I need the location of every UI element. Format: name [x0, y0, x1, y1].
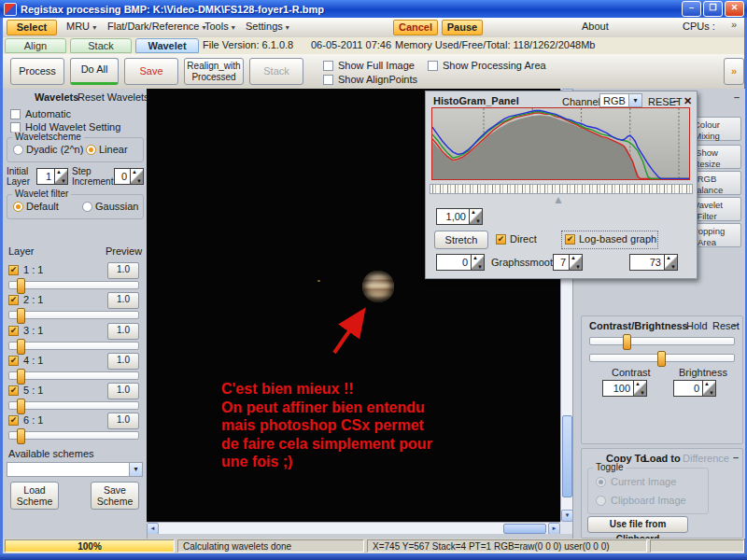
contrast-panel-minimize[interactable]: – — [733, 319, 739, 330]
gaussian-radio[interactable] — [82, 202, 92, 212]
spinner-buttons[interactable]: ▲▼ — [634, 380, 647, 397]
spinner-buttons[interactable]: ▲▼ — [703, 380, 716, 397]
layer5-preview-button[interactable]: 1.0 — [107, 383, 139, 399]
tab-wavelet[interactable]: Wavelet — [135, 38, 199, 53]
graphsmooth-spinner[interactable]: 7 ▲▼ — [553, 254, 583, 271]
layer5-checkbox[interactable]: ✔ — [8, 385, 19, 396]
show-processing-area-checkbox[interactable] — [428, 61, 438, 71]
vertical-scroll-thumb[interactable] — [562, 415, 572, 497]
functions-panel-minimize[interactable]: – — [734, 91, 740, 103]
log-based-graph-checkbox[interactable]: ✔ — [565, 234, 575, 245]
horizontal-scrollbar[interactable]: ◄ ► — [147, 522, 560, 534]
spinner-buttons[interactable]: ▲▼ — [665, 254, 678, 271]
slider-thumb[interactable] — [17, 369, 25, 385]
layer3-slider[interactable] — [8, 342, 139, 350]
initial-layer-value[interactable]: 1 — [36, 168, 55, 185]
layer4-slider[interactable] — [8, 371, 139, 380]
histogram-minimize[interactable]: – — [673, 95, 679, 106]
menu-mru[interactable]: MRU ▾ — [66, 21, 96, 32]
layer4-checkbox[interactable]: ✔ — [8, 356, 19, 366]
brightness-spinner[interactable]: 0 ▲▼ — [673, 380, 716, 397]
cancel-button[interactable]: Cancel — [393, 20, 438, 35]
spinner-buttons[interactable]: ▲▼ — [470, 208, 483, 225]
load-to-button[interactable]: Load to — [643, 453, 681, 464]
toolbar-overflow-button[interactable]: » — [724, 58, 744, 85]
slider-thumb[interactable] — [17, 339, 25, 355]
slider-thumb[interactable] — [623, 334, 631, 350]
layer1-checkbox[interactable]: ✔ — [8, 265, 19, 275]
current-image-radio[interactable] — [596, 477, 606, 487]
realign-with-processed-button[interactable]: Realign_withProcessed — [184, 58, 244, 85]
process-button[interactable]: Process — [10, 58, 64, 85]
spinner-buttons[interactable]: ▲▼ — [55, 168, 68, 185]
copy-panel-minimize[interactable]: – — [733, 452, 739, 463]
layer2-preview-button[interactable]: 1.0 — [107, 292, 139, 309]
step-increment-value[interactable]: 0 — [114, 168, 131, 185]
graphsmooth-value[interactable]: 7 — [553, 254, 570, 271]
brightness-value[interactable]: 0 — [673, 380, 703, 397]
show-alignpoints-checkbox[interactable] — [323, 75, 333, 85]
menu-about[interactable]: About — [582, 21, 609, 32]
layer6-slider[interactable] — [8, 431, 139, 440]
layer3-preview-button[interactable]: 1.0 — [107, 323, 139, 340]
show-full-image-checkbox[interactable] — [323, 61, 333, 71]
histogram-pointer-icon[interactable]: ▲ — [553, 193, 564, 206]
maximize-button[interactable]: ❐ — [703, 1, 723, 17]
horizontal-scroll-thumb[interactable] — [503, 524, 546, 534]
default-radio[interactable] — [13, 202, 23, 212]
save-image-button[interactable]: Save image — [124, 58, 178, 85]
spinner-buttons[interactable]: ▲▼ — [472, 254, 485, 271]
menu-settings[interactable]: Settings ▾ — [246, 21, 289, 32]
contrast-slider[interactable] — [589, 337, 735, 345]
histogram-right-spinner[interactable]: 73 ▲▼ — [629, 254, 678, 271]
slider-thumb[interactable] — [17, 278, 25, 294]
step-increment-spinner[interactable]: 0 ▲▼ — [114, 168, 144, 185]
linear-radio[interactable] — [86, 145, 96, 155]
layer5-slider[interactable] — [8, 401, 139, 410]
histogram-value[interactable]: 1,00 — [436, 208, 470, 225]
menu-select[interactable]: Select — [7, 20, 57, 35]
difference-button[interactable]: Difference — [683, 453, 729, 464]
scroll-right-button[interactable]: ► — [548, 523, 560, 534]
histogram-right-value[interactable]: 73 — [629, 254, 665, 271]
layer4-preview-button[interactable]: 1.0 — [107, 353, 139, 370]
histogram-left-value[interactable]: 0 — [436, 254, 472, 271]
brightness-slider[interactable] — [589, 354, 735, 362]
layer6-preview-button[interactable]: 1.0 — [107, 413, 139, 429]
clipboard-image-radio[interactable] — [596, 496, 606, 506]
layer1-preview-button[interactable]: 1.0 — [107, 262, 139, 279]
combo-caret-icon[interactable]: ▾ — [628, 94, 641, 106]
pause-button[interactable]: Pause — [442, 20, 483, 35]
menu-overflow-icon[interactable]: » — [731, 19, 737, 30]
tab-stack[interactable]: Stack — [70, 38, 132, 53]
scroll-left-button[interactable]: ◄ — [147, 523, 159, 534]
slider-thumb[interactable] — [17, 399, 25, 414]
automatic-checkbox[interactable] — [10, 109, 21, 119]
layer1-slider[interactable] — [8, 281, 139, 289]
use-file-from-clipboard-button[interactable]: Use file from Clipboard — [587, 516, 688, 533]
dyadic-radio[interactable] — [13, 145, 23, 155]
combo-caret-icon[interactable]: ▾ — [129, 463, 142, 476]
minimize-button[interactable]: – — [682, 1, 701, 17]
contrast-value[interactable]: 100 — [602, 380, 634, 397]
histogram-value-spinner[interactable]: 1,00 ▲▼ — [436, 208, 483, 225]
save-scheme-button[interactable]: SaveScheme — [91, 482, 139, 510]
scroll-down-button[interactable]: ▼ — [561, 510, 572, 522]
tab-align[interactable]: Align — [5, 38, 66, 53]
menu-tools[interactable]: Tools ▾ — [204, 21, 235, 32]
direct-checkbox[interactable]: ✔ — [496, 234, 506, 245]
spinner-buttons[interactable]: ▲▼ — [570, 254, 583, 271]
contrast-spinner[interactable]: 100 ▲▼ — [602, 380, 647, 397]
available-schemes-combo[interactable]: ▾ — [7, 462, 143, 477]
histogram-close[interactable]: ✕ — [684, 95, 692, 107]
load-scheme-button[interactable]: LoadScheme — [10, 482, 59, 510]
layer6-checkbox[interactable]: ✔ — [8, 415, 19, 426]
layer2-checkbox[interactable]: ✔ — [8, 295, 19, 305]
channel-combo[interactable]: RGB ▾ — [599, 93, 642, 107]
slider-thumb[interactable] — [17, 428, 25, 444]
initial-layer-spinner[interactable]: 1 ▲▼ — [36, 168, 68, 185]
stretch-button[interactable]: Stretch — [434, 231, 488, 249]
stack-again-button[interactable]: Stack Again — [249, 58, 303, 85]
layer2-slider[interactable] — [8, 311, 139, 319]
hold-button[interactable]: Hold — [686, 320, 708, 331]
